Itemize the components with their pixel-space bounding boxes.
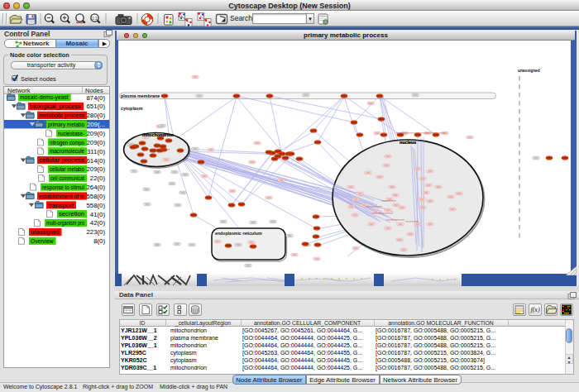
svg-text:primary metabo: primary metabo xyxy=(48,121,84,128)
svg-text:209(0): 209(0) xyxy=(86,139,105,146)
svg-text:264(0): 264(0) xyxy=(86,184,105,191)
svg-text:cell communicat: cell communicat xyxy=(50,174,84,182)
svg-text:establishment of lo: establishment of lo xyxy=(39,193,84,200)
svg-text:nitrogen compo: nitrogen compo xyxy=(50,139,84,146)
svg-text:unassigned: unassigned xyxy=(31,228,60,236)
svg-text:nucleus: nucleus xyxy=(400,140,416,145)
svg-text:42(0): 42(0) xyxy=(90,219,106,227)
svg-text:endoplasmic reticulum: endoplasmic reticulum xyxy=(215,231,262,236)
svg-text:8(0): 8(0) xyxy=(93,237,105,245)
svg-text:209(...: 209(... xyxy=(87,121,105,128)
svg-text:311(0): 311(0) xyxy=(87,148,105,155)
svg-text:874(0): 874(0) xyxy=(86,94,105,102)
svg-text:nucleobase-: nucleobase- xyxy=(58,130,84,137)
svg-text:metabolic process: metabolic process xyxy=(39,112,84,119)
svg-text:1:1: 1:1 xyxy=(92,17,98,21)
svg-text:280(0): 280(0) xyxy=(86,112,105,119)
svg-text:plasma membrane: plasma membrane xyxy=(121,93,160,98)
svg-text:multi-organism pro: multi-organism pro xyxy=(46,219,84,227)
svg-text:41(0): 41(0) xyxy=(90,211,106,218)
svg-text:response to stimul: response to stimul xyxy=(42,184,84,191)
svg-text:cytoplasm: cytoplasm xyxy=(121,106,143,111)
svg-text:558(0): 558(0) xyxy=(86,202,105,209)
svg-text:secretion: secretion xyxy=(59,210,84,218)
svg-text:651(0): 651(0) xyxy=(86,103,105,110)
svg-text:cellular metabo: cellular metabo xyxy=(50,165,84,173)
svg-text:unassigned: unassigned xyxy=(518,69,540,73)
svg-text:22(0): 22(0) xyxy=(90,174,106,182)
svg-text:Overview: Overview xyxy=(31,237,54,245)
svg-text:558(0): 558(0) xyxy=(86,193,105,200)
svg-text:transport: transport xyxy=(48,202,74,209)
svg-text:mosaic-demo-yeast: mosaic-demo-yeast xyxy=(20,93,69,101)
svg-text:mitochondrion: mitochondrion xyxy=(142,132,174,137)
svg-text:223(0): 223(0) xyxy=(86,228,105,236)
svg-text:macromolecule: macromolecule xyxy=(50,147,84,155)
svg-text:614(0): 614(0) xyxy=(86,157,105,165)
svg-text:209(0): 209(0) xyxy=(86,130,105,137)
svg-text:209(0): 209(0) xyxy=(86,165,105,173)
svg-text:biological_process: biological_process xyxy=(30,103,81,110)
svg-text:cellular process: cellular process xyxy=(39,156,84,164)
